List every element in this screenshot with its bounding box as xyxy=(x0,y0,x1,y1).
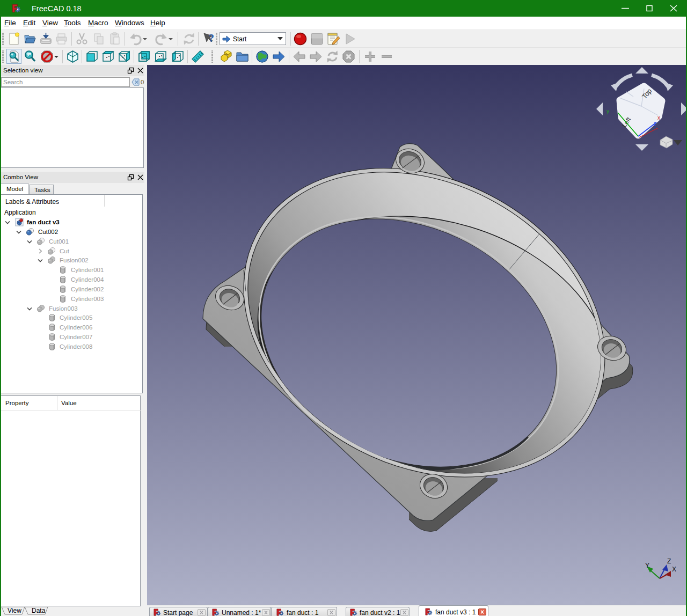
svg-text:View: View xyxy=(8,607,21,614)
svg-text:?: ? xyxy=(209,32,214,44)
svg-text:x: x xyxy=(657,115,660,121)
svg-text:Z: Z xyxy=(667,558,671,565)
svg-text:z: z xyxy=(654,121,656,127)
svg-text:Y: Y xyxy=(645,562,649,569)
svg-text:y: y xyxy=(606,108,609,114)
svg-text:X: X xyxy=(672,566,676,573)
svg-text:Data: Data xyxy=(32,607,46,614)
